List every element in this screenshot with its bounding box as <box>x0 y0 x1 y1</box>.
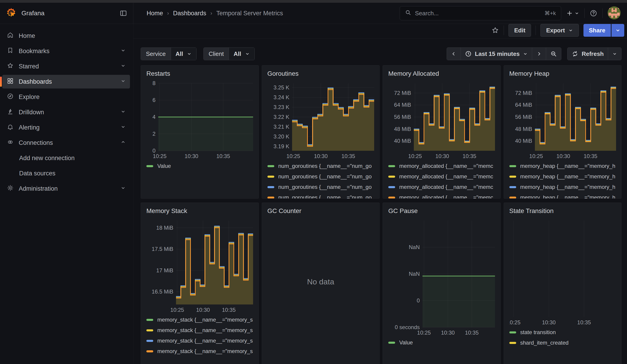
refresh-button[interactable]: Refresh <box>568 48 608 60</box>
sidebar-toggle-button[interactable] <box>119 9 127 17</box>
chevron-down-icon[interactable] <box>120 109 126 116</box>
sidebar-item-starred[interactable]: Starred <box>2 59 130 73</box>
panel-memory-stack: Memory Stack10:2510:3010:3518 MiB17.5 Mi… <box>141 203 259 364</box>
legend-item[interactable]: memory_stack {__name__="memory_s <box>146 346 253 357</box>
legend-marker <box>388 197 395 199</box>
client-filter[interactable]: Client All <box>203 48 255 60</box>
legend-item[interactable]: memory_stack {__name__="memory_s <box>146 314 253 325</box>
share-options-button[interactable] <box>612 24 624 37</box>
new-button[interactable] <box>566 10 579 17</box>
sidebar-item-bookmarks[interactable]: Bookmarks <box>2 44 130 58</box>
svg-text:10:30: 10:30 <box>314 153 327 159</box>
svg-text:10:25: 10:25 <box>417 330 431 336</box>
legend-item[interactable]: memory_heap {__name__="memory_h <box>509 192 616 199</box>
chevron-down-icon[interactable] <box>120 185 126 192</box>
active-accent-bar <box>0 77 2 87</box>
time-shift-back-button[interactable] <box>447 48 461 60</box>
sidebar-item-explore[interactable]: Explore <box>2 90 130 104</box>
star-icon <box>491 26 499 34</box>
panel-title[interactable]: Goroutines <box>267 70 374 77</box>
legend-item[interactable]: Value <box>146 161 253 171</box>
legend-item[interactable]: memory_stack {__name__="memory_s <box>146 325 253 335</box>
chevron-down-icon[interactable] <box>120 124 126 131</box>
share-button[interactable]: Share <box>583 24 611 37</box>
legend-item[interactable]: memory_allocated {__name__="memc <box>388 192 495 199</box>
panel-title[interactable]: Memory Heap <box>509 70 616 77</box>
gear-icon <box>7 185 14 191</box>
panel-title[interactable]: Memory Allocated <box>388 70 495 77</box>
sidebar-item-home[interactable]: Home <box>2 29 130 43</box>
legend-item[interactable]: memory_heap {__name__="memory_h <box>509 182 616 192</box>
legend-item[interactable]: Value <box>388 337 495 348</box>
legend-item[interactable]: memory_heap {__name__="memory_h <box>509 161 616 171</box>
legend-item[interactable]: state transition <box>509 327 616 338</box>
time-zoom-out-button[interactable] <box>546 48 561 60</box>
time-shift-forward-button[interactable] <box>532 48 546 60</box>
sidebar-item-data-sources[interactable]: Data sources <box>2 166 130 180</box>
favorite-star-button[interactable] <box>491 26 499 34</box>
user-avatar[interactable] <box>608 6 621 20</box>
panel-memory-heap: Memory Heap10:2510:3010:3572 MiB64 MiB56… <box>504 65 622 199</box>
chevron-up-icon[interactable] <box>120 139 126 146</box>
sidebar-item-add-new-connection[interactable]: Add new connection <box>2 151 130 165</box>
help-button[interactable] <box>590 9 597 17</box>
sidebar-item-administration[interactable]: Administration <box>2 182 130 196</box>
svg-text:56 MiB: 56 MiB <box>394 114 411 120</box>
legend-label: memory_allocated {__name__="memc <box>399 184 493 190</box>
sidebar-item-dashboards[interactable]: Dashboards <box>2 75 130 89</box>
sidebar-item-drilldown[interactable]: Drilldown <box>2 105 130 119</box>
filter-bar: Service All Client All Last 15 minutes R… <box>133 39 627 65</box>
legend-label: num_goroutines {__name__="num_go <box>278 194 372 199</box>
connections-icon <box>7 139 14 146</box>
star-icon <box>7 62 14 71</box>
search-box[interactable]: ⌘+k <box>400 6 561 20</box>
panel-title[interactable]: State Transition <box>509 207 616 215</box>
sidebar-item-connections[interactable]: Connections <box>2 136 130 150</box>
legend-item[interactable]: num_goroutines {__name__="num_go <box>267 192 374 199</box>
chevron-down-icon <box>120 48 126 53</box>
legend-marker <box>267 165 274 167</box>
legend-marker <box>388 342 395 344</box>
chevron-right-icon <box>536 51 542 56</box>
client-filter-value[interactable]: All <box>229 48 254 60</box>
search-input[interactable] <box>415 10 541 17</box>
legend-item[interactable]: num_goroutines {__name__="num_go <box>267 171 374 182</box>
legend-item[interactable]: memory_stack {__name__="memory_s <box>146 335 253 346</box>
chart-area: 10:2510:3010:353.25 K3.24 K3.23 K3.22 K3… <box>267 81 374 161</box>
panel-title[interactable]: Restarts <box>146 70 253 77</box>
legend-item[interactable]: num_goroutines {__name__="num_go <box>267 182 374 192</box>
svg-text:3.21 K: 3.21 K <box>273 124 289 130</box>
service-filter[interactable]: Service All <box>141 48 197 60</box>
legend-item[interactable]: shard_item_created <box>509 338 616 348</box>
sidebar: HomeBookmarksStarredDashboardsExploreDri… <box>0 24 133 364</box>
panel-title[interactable]: Memory Stack <box>146 207 253 215</box>
legend-item[interactable]: memory_heap {__name__="memory_h <box>509 171 616 182</box>
chevron-down-icon[interactable] <box>120 63 126 70</box>
time-controls: Last 15 minutes Refresh <box>447 48 622 60</box>
sidebar-item-label: Data sources <box>19 170 55 177</box>
legend-item[interactable]: num_goroutines {__name__="num_go <box>267 161 374 171</box>
top-nav: Grafana Home › Dashboards › Temporal Ser… <box>0 3 627 24</box>
breadcrumb-dashboards[interactable]: Dashboards <box>173 10 206 17</box>
chevron-down-icon[interactable] <box>120 48 126 55</box>
service-filter-label: Service <box>141 48 171 60</box>
svg-text:0: 0 <box>417 297 420 304</box>
legend-item[interactable]: memory_allocated {__name__="memc <box>388 182 495 192</box>
svg-text:8: 8 <box>153 81 156 86</box>
dashboard-toolbar: Edit Export Share <box>133 24 627 39</box>
svg-text:40 MiB: 40 MiB <box>394 138 411 144</box>
sidebar-item-alerting[interactable]: Alerting <box>2 121 130 134</box>
chevron-down-icon[interactable] <box>120 78 126 85</box>
time-range-picker[interactable]: Last 15 minutes <box>461 48 532 60</box>
refresh-interval-button[interactable] <box>608 48 621 60</box>
service-filter-value[interactable]: All <box>171 48 196 60</box>
legend-label: memory_stack {__name__="memory_s <box>157 348 253 354</box>
export-button[interactable]: Export <box>540 24 579 37</box>
legend-item[interactable]: memory_allocated {__name__="memc <box>388 171 495 182</box>
legend-item[interactable]: memory_allocated {__name__="memc <box>388 161 495 171</box>
legend-marker <box>509 186 516 188</box>
panel-title[interactable]: GC Counter <box>267 207 374 215</box>
breadcrumb-home[interactable]: Home <box>147 10 163 17</box>
edit-button[interactable]: Edit <box>508 24 531 37</box>
panel-title[interactable]: GC Pause <box>388 207 495 215</box>
